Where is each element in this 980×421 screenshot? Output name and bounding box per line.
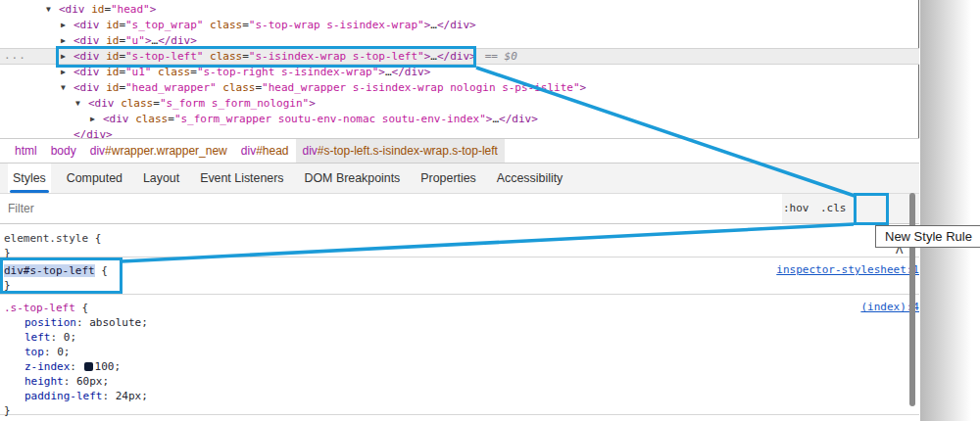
tab-styles[interactable]: Styles: [8, 164, 51, 193]
tab-dom-breakpoints[interactable]: DOM Breakpoints: [300, 164, 406, 193]
css-selector[interactable]: element.style: [4, 232, 88, 245]
toggle-pseudo-state-button[interactable]: :hov: [783, 194, 809, 223]
styles-tab-bar: StylesComputedLayoutEvent ListenersDOM B…: [0, 164, 919, 194]
dom-tree-row[interactable]: ▶<div class="s_form_wrapper soutu-env-no…: [0, 112, 919, 127]
dom-tree-row[interactable]: ▶<div id="s_top_wrap" class="s-top-wrap …: [0, 18, 919, 33]
breadcrumb-item[interactable]: html: [8, 139, 44, 163]
dom-tree-row[interactable]: ▶<div id="s-top-left" class="s-isindex-w…: [0, 49, 919, 65]
disclosure-triangle-icon[interactable]: ▶: [61, 18, 74, 33]
tab-event-listeners[interactable]: Event Listeners: [195, 164, 288, 193]
styles-toolbar: :hov .cls + ◂: [0, 194, 919, 224]
css-property-line[interactable]: padding-left: 24px;: [4, 389, 919, 403]
breadcrumb-item[interactable]: div#head: [234, 139, 296, 163]
css-rule[interactable]: .s-top-left {position: absolute;left: 0;…: [0, 295, 919, 415]
dom-tree-row[interactable]: ▼<div id="head">: [0, 2, 919, 18]
css-selector[interactable]: .s-top-left: [4, 302, 75, 314]
toggle-element-class-button[interactable]: .cls: [820, 194, 847, 223]
dom-tree-row[interactable]: ▼<div class="s_form s_form_nologin">: [0, 96, 919, 112]
disclosure-triangle-icon[interactable]: ▶: [61, 33, 74, 49]
breadcrumb-item[interactable]: body: [44, 139, 83, 163]
disclosure-triangle-icon[interactable]: ▶: [61, 49, 74, 65]
css-rule[interactable]: element.style {}: [0, 225, 919, 257]
css-rule[interactable]: div#s-top-left {}inspector-stylesheet:1: [0, 257, 919, 295]
disclosure-triangle-icon[interactable]: ▼: [61, 80, 74, 96]
css-property-line[interactable]: position: absolute;: [4, 315, 919, 330]
filter-input[interactable]: [0, 194, 782, 223]
value-swatch-icon: [84, 362, 93, 371]
dom-tree-row[interactable]: </div>: [0, 127, 919, 138]
tab-computed[interactable]: Computed: [62, 164, 127, 193]
equals-dollar-zero-hint: == $0: [485, 50, 517, 63]
css-property-line[interactable]: top: 0;: [4, 345, 919, 359]
breadcrumb-item[interactable]: div#wrapper.wrapper_new: [83, 139, 234, 163]
tab-accessibility[interactable]: Accessibility: [492, 164, 567, 193]
tab-properties[interactable]: Properties: [416, 164, 480, 193]
devtools-window: ... ▼<div id="head">▶<div id="s_top_wrap…: [0, 0, 919, 421]
styles-rules-pane: element.style {}div#s-top-left {}inspect…: [0, 224, 919, 421]
dom-tree-row[interactable]: ▶<div id="u1" class="s-top-right s-isind…: [0, 65, 919, 80]
breadcrumb-item[interactable]: div#s-top-left.s-isindex-wrap.s-top-left: [296, 139, 505, 163]
window-drop-shadow: [920, 0, 971, 421]
new-style-rule-tooltip: New Style Rule: [875, 225, 980, 248]
css-property-line[interactable]: left: 0;: [4, 330, 919, 345]
css-selector[interactable]: div#s-top-left: [4, 264, 95, 277]
disclosure-triangle-icon[interactable]: ▼: [75, 96, 88, 112]
tab-layout[interactable]: Layout: [138, 164, 184, 193]
dom-tree: ... ▼<div id="head">▶<div id="s_top_wrap…: [0, 0, 919, 138]
css-property-line[interactable]: z-index: 100;: [4, 359, 919, 374]
disclosure-triangle-icon[interactable]: ▶: [90, 112, 103, 127]
disclosure-triangle-icon[interactable]: ▶: [61, 65, 74, 80]
dom-tree-row[interactable]: ▶<div id="u">…</div>: [0, 33, 919, 49]
stylesheet-link[interactable]: inspector-stylesheet:1: [776, 263, 919, 276]
dom-tree-row[interactable]: ▼<div id="head_wrapper" class="head_wrap…: [0, 80, 919, 96]
breadcrumb: htmlbodydiv#wrapper.wrapper_newdiv#headd…: [0, 138, 919, 164]
disclosure-triangle-icon[interactable]: ▼: [46, 2, 59, 18]
css-property-line[interactable]: height: 60px;: [4, 374, 919, 389]
